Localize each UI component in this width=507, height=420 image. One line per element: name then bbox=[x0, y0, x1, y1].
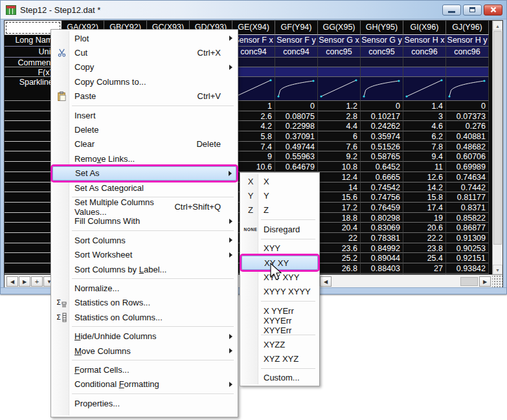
menu-item-statistics-on-columns[interactable]: ΣStatistics on Columns... bbox=[52, 310, 236, 324]
data-cell[interactable]: 1 bbox=[232, 101, 275, 111]
data-cell[interactable]: 0.92151 bbox=[446, 253, 489, 263]
data-cell[interactable]: 0.7442 bbox=[446, 182, 489, 193]
column-header[interactable]: GH(Y95) bbox=[361, 21, 403, 35]
menu-item-insert[interactable]: Insert bbox=[52, 108, 236, 122]
column-header[interactable]: GF(Y94) bbox=[275, 21, 318, 35]
data-cell[interactable]: 0.58765 bbox=[361, 151, 403, 162]
data-cell[interactable]: 0.80298 bbox=[361, 213, 403, 223]
data-cell[interactable]: 25.2 bbox=[318, 253, 361, 263]
menu-item-set-multiple-columns-values[interactable]: Set Multiple Columns Values...Ctrl+Shift… bbox=[52, 199, 236, 214]
data-cell[interactable]: 2.6 bbox=[232, 111, 275, 122]
data-cell[interactable]: 15.6 bbox=[318, 192, 361, 203]
data-cell[interactable]: 0.89044 bbox=[361, 253, 403, 263]
meta-cell[interactable]: Sensor F x bbox=[232, 35, 275, 47]
data-cell[interactable]: 20.4 bbox=[318, 223, 361, 233]
data-cell[interactable]: 0.6665 bbox=[361, 172, 403, 182]
data-cell[interactable]: 10.6 bbox=[232, 162, 275, 172]
data-cell[interactable]: 10.8 bbox=[318, 162, 361, 172]
column-header[interactable]: GG(X95) bbox=[318, 21, 361, 35]
menu-item-copy-columns-to[interactable]: Copy Columns to... bbox=[52, 74, 236, 89]
data-cell[interactable]: 0.91309 bbox=[446, 233, 489, 243]
meta-cell[interactable] bbox=[232, 58, 275, 67]
data-cell[interactable]: 23.8 bbox=[403, 243, 446, 254]
submenu-item-x[interactable]: XX bbox=[242, 174, 318, 188]
meta-cell[interactable]: Sensor H y bbox=[446, 35, 489, 47]
sheet-prev-button[interactable]: ◀ bbox=[6, 276, 18, 287]
meta-cell[interactable] bbox=[232, 67, 275, 77]
data-cell[interactable]: 0 bbox=[275, 101, 318, 111]
data-cell[interactable]: 0.76459 bbox=[361, 203, 403, 213]
meta-cell[interactable]: Sensor H x bbox=[403, 35, 446, 47]
meta-cell[interactable] bbox=[275, 67, 318, 77]
meta-cell[interactable]: Sensor G y bbox=[361, 35, 403, 47]
data-cell[interactable]: 5.8 bbox=[232, 131, 275, 142]
submenu-item-xyyerr-xyyerr[interactable]: XYYErr XYYErr bbox=[242, 318, 318, 333]
data-cell[interactable]: 1.4 bbox=[403, 101, 446, 111]
close-button[interactable] bbox=[484, 5, 502, 16]
scroll-up-button[interactable]: ▲ bbox=[493, 21, 502, 30]
data-cell[interactable]: 7.6 bbox=[318, 142, 361, 152]
menu-item-fill-columns-with[interactable]: Fill Columns With bbox=[52, 214, 236, 228]
data-cell[interactable]: 0.60706 bbox=[446, 151, 489, 162]
data-cell[interactable]: 20.6 bbox=[403, 223, 446, 233]
meta-cell[interactable] bbox=[403, 67, 446, 77]
data-cell[interactable]: 3 bbox=[403, 111, 446, 122]
data-cell[interactable]: 0.85822 bbox=[446, 213, 489, 223]
column-header[interactable]: GI(X96) bbox=[403, 21, 446, 35]
data-cell[interactable]: 0.6452 bbox=[361, 162, 403, 172]
sparkline-cell[interactable] bbox=[318, 77, 361, 101]
submenu-item-xyyy-xyyy[interactable]: XYYY XYYY bbox=[242, 285, 318, 299]
data-cell[interactable]: 0.84992 bbox=[361, 243, 403, 254]
data-cell[interactable]: 18.8 bbox=[318, 213, 361, 223]
menu-item-conditional-formatting[interactable]: Conditional Formatting bbox=[52, 377, 236, 392]
menu-item-paste[interactable]: PasteCtrl+V bbox=[52, 89, 236, 104]
data-cell[interactable]: 12.4 bbox=[318, 172, 361, 182]
restore-button[interactable] bbox=[463, 5, 482, 16]
meta-cell[interactable]: Sensor G x bbox=[318, 35, 361, 47]
data-cell[interactable]: 0.83069 bbox=[361, 223, 403, 233]
data-cell[interactable]: 0.74542 bbox=[361, 182, 403, 193]
menu-item-set-as[interactable]: Set As bbox=[52, 166, 236, 181]
data-cell[interactable]: 0.64679 bbox=[275, 162, 318, 172]
minimize-button[interactable] bbox=[442, 5, 461, 16]
data-cell[interactable]: 15.8 bbox=[403, 192, 446, 203]
submenu-item-xyy[interactable]: XYY bbox=[242, 241, 318, 256]
menu-item-sort-columns[interactable]: Sort Columns bbox=[52, 233, 236, 247]
data-cell[interactable]: 7.4 bbox=[232, 142, 275, 152]
submenu-item-y[interactable]: YY bbox=[242, 188, 318, 203]
data-cell[interactable]: 4.4 bbox=[318, 121, 361, 131]
data-cell[interactable]: 0.24262 bbox=[361, 121, 403, 131]
data-cell[interactable]: 0.35974 bbox=[361, 131, 403, 142]
data-cell[interactable]: 0.276 bbox=[446, 121, 489, 131]
data-cell[interactable]: 6 bbox=[318, 131, 361, 142]
data-cell[interactable]: 0.48682 bbox=[446, 142, 489, 152]
data-cell[interactable]: 9 bbox=[232, 151, 275, 162]
menu-item-clear[interactable]: ClearDelete bbox=[52, 137, 236, 151]
data-cell[interactable]: 0.40881 bbox=[446, 131, 489, 142]
data-cell[interactable]: 0.51526 bbox=[361, 142, 403, 152]
meta-cell[interactable] bbox=[403, 58, 446, 67]
data-cell[interactable]: 14.2 bbox=[403, 182, 446, 193]
data-cell[interactable]: 0.10217 bbox=[361, 111, 403, 122]
data-cell[interactable]: 0.49744 bbox=[275, 142, 318, 152]
data-cell[interactable]: 0.90253 bbox=[446, 243, 489, 254]
submenu-item-disregard[interactable]: NONEDisregard bbox=[242, 222, 318, 236]
hscroll-left-button[interactable]: ◀ bbox=[320, 276, 332, 287]
data-cell[interactable]: 25.4 bbox=[403, 253, 446, 263]
column-header[interactable]: GE(X94) bbox=[232, 21, 275, 35]
sparkline-cell[interactable] bbox=[275, 77, 318, 101]
menu-item-properties[interactable]: Properties... bbox=[52, 396, 236, 410]
resize-grip[interactable] bbox=[492, 274, 502, 287]
column-header[interactable]: GJ(Y96) bbox=[446, 21, 489, 35]
menu-item-plot[interactable]: Plot bbox=[52, 31, 236, 45]
data-cell[interactable]: 0.22998 bbox=[275, 121, 318, 131]
data-cell[interactable]: 9.4 bbox=[403, 151, 446, 162]
vertical-scroll-thumb[interactable] bbox=[493, 31, 502, 245]
meta-cell[interactable]: conc96 bbox=[403, 47, 446, 58]
data-cell[interactable]: 0.74634 bbox=[446, 172, 489, 182]
meta-cell[interactable]: conc96 bbox=[446, 47, 489, 58]
data-cell[interactable]: 2.8 bbox=[318, 111, 361, 122]
data-cell[interactable]: 0.8371 bbox=[446, 203, 489, 213]
data-cell[interactable]: 0.74756 bbox=[361, 192, 403, 203]
meta-cell[interactable]: conc94 bbox=[275, 47, 318, 58]
